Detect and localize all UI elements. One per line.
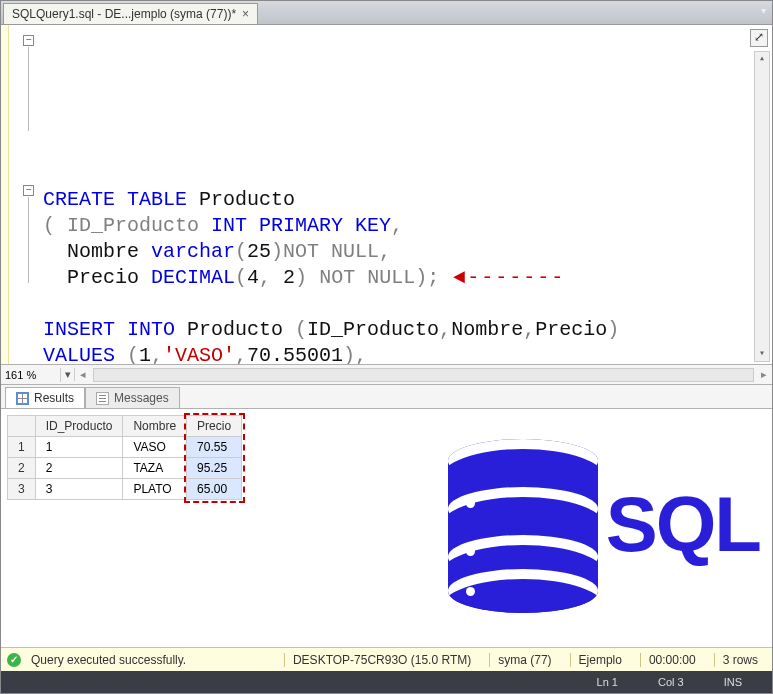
results-tab-bar: Results Messages (1, 385, 772, 409)
status-elapsed-time: 00:00:00 (640, 653, 704, 667)
cell-nombre[interactable]: VASO (123, 437, 187, 458)
code-token: 2 (283, 266, 295, 289)
code-token: DECIMAL (151, 266, 235, 289)
table-row[interactable]: 3 3 PLATO 65.00 (8, 479, 242, 500)
insert-mode: INS (704, 676, 762, 688)
sql-editor-pane: ⤢ − − CREATE TABLE Producto ( ID_Product… (1, 25, 772, 365)
code-token: 4 (247, 266, 259, 289)
code-token: INSERT INTO (43, 318, 175, 341)
code-token: 70.55001 (247, 344, 343, 364)
fold-guide (28, 197, 29, 283)
code-token: 25 (247, 240, 271, 263)
ide-bottom-bar: Ln 1 Col 3 INS (1, 671, 772, 693)
code-token: NOT NULL (283, 240, 379, 263)
code-token: , (379, 240, 391, 263)
code-token: ID_Producto (307, 318, 439, 341)
cell-precio[interactable]: 65.00 (187, 479, 242, 500)
status-user: syma (77) (489, 653, 559, 667)
zoom-level[interactable]: 161 % (1, 368, 61, 382)
code-token: ); (415, 266, 439, 289)
cell-precio[interactable]: 95.25 (187, 458, 242, 479)
cell-precio[interactable]: 70.55 (187, 437, 242, 458)
code-token: Precio (535, 318, 607, 341)
tab-results-label: Results (34, 391, 74, 405)
editor-zoom-bar: 161 % ▾ ◂ ▸ (1, 365, 772, 385)
code-token: CREATE TABLE (43, 188, 187, 211)
scroll-left-icon[interactable]: ◂ (75, 368, 91, 381)
code-token: ( (235, 266, 247, 289)
cell-nombre[interactable]: TAZA (123, 458, 187, 479)
status-database: Ejemplo (570, 653, 630, 667)
document-tab-bar: SQLQuery1.sql - DE...jemplo (syma (77))*… (1, 1, 772, 25)
cursor-line: Ln 1 (577, 676, 638, 688)
code-token: ( (295, 318, 307, 341)
sql-logo-text: SQL (606, 479, 760, 570)
results-pane: ID_Producto Nombre Precio 1 1 VASO 70.55… (1, 409, 772, 647)
code-token: ( (235, 240, 247, 263)
row-number[interactable]: 2 (8, 458, 36, 479)
zoom-dropdown-icon[interactable]: ▾ (61, 368, 75, 381)
tab-messages-label: Messages (114, 391, 169, 405)
code-token: , (151, 344, 163, 364)
cell-nombre[interactable]: PLATO (123, 479, 187, 500)
cell-id[interactable]: 2 (35, 458, 123, 479)
scroll-up-icon[interactable]: ▴ (755, 52, 769, 66)
table-row[interactable]: 1 1 VASO 70.55 (8, 437, 242, 458)
code-token: ), (343, 344, 367, 364)
row-number[interactable]: 1 (8, 437, 36, 458)
messages-icon (96, 392, 109, 405)
code-token: Nombre (451, 318, 523, 341)
code-token: NOT NULL (307, 266, 415, 289)
tab-results[interactable]: Results (5, 387, 85, 408)
table-row[interactable]: 2 2 TAZA 95.25 (8, 458, 242, 479)
fold-toggle-icon[interactable]: − (23, 185, 34, 196)
document-tab-title: SQLQuery1.sql - DE...jemplo (syma (77))* (12, 7, 236, 21)
code-token: Precio (43, 266, 151, 289)
editor-options-icon[interactable]: ⤢ (750, 29, 768, 47)
column-header-nombre[interactable]: Nombre (123, 416, 187, 437)
code-token: , (439, 318, 451, 341)
table-header-row: ID_Producto Nombre Precio (8, 416, 242, 437)
grid-icon (16, 392, 29, 405)
editor-container: ⤢ − − CREATE TABLE Producto ( ID_Product… (1, 25, 772, 693)
tab-overflow-icon[interactable]: ▾ (761, 5, 766, 16)
sql-editor[interactable]: ⤢ − − CREATE TABLE Producto ( ID_Product… (9, 25, 772, 364)
success-icon: ✓ (7, 653, 21, 667)
fold-toggle-icon[interactable]: − (23, 35, 34, 46)
scroll-right-icon[interactable]: ▸ (756, 368, 772, 381)
column-header-precio[interactable]: Precio (187, 416, 242, 437)
code-token: ( (127, 344, 139, 364)
query-status-bar: ✓ Query executed successfully. DESKTOP-7… (1, 647, 772, 671)
code-token: , (523, 318, 535, 341)
code-token: ( ID_Producto (43, 214, 211, 237)
cursor-column: Col 3 (638, 676, 704, 688)
editor-vertical-scrollbar[interactable]: ▴ ▾ (754, 51, 770, 362)
code-token: ) (271, 240, 283, 263)
code-token: varchar (151, 240, 235, 263)
cell-id[interactable]: 1 (35, 437, 123, 458)
code-token: , (259, 266, 283, 289)
row-number[interactable]: 3 (8, 479, 36, 500)
scroll-down-icon[interactable]: ▾ (755, 347, 769, 361)
code-token: VALUES (43, 344, 127, 364)
database-icon (448, 439, 598, 609)
annotation-arrow: ◄------- (439, 266, 565, 289)
cell-id[interactable]: 3 (35, 479, 123, 500)
status-row-count: 3 rows (714, 653, 766, 667)
code-token: ) (607, 318, 619, 341)
tab-messages[interactable]: Messages (85, 387, 180, 408)
fold-guide (28, 47, 29, 131)
document-tab[interactable]: SQLQuery1.sql - DE...jemplo (syma (77))*… (3, 3, 258, 24)
results-grid[interactable]: ID_Producto Nombre Precio 1 1 VASO 70.55… (7, 415, 242, 500)
code-token: ) (295, 266, 307, 289)
grid-corner[interactable] (8, 416, 36, 437)
horizontal-scrollbar[interactable] (93, 368, 754, 382)
code-token: 'VASO' (163, 344, 235, 364)
column-header-id[interactable]: ID_Producto (35, 416, 123, 437)
editor-gutter (1, 25, 9, 364)
code-token: Producto (175, 318, 295, 341)
sql-logo-illustration: SQL (448, 439, 760, 609)
code-token: Nombre (43, 240, 151, 263)
status-message: Query executed successfully. (31, 653, 186, 667)
close-icon[interactable]: × (242, 7, 249, 21)
